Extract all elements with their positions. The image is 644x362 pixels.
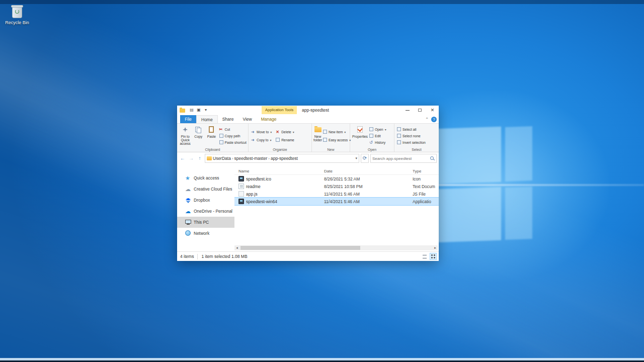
tab-manage[interactable]: Manage: [257, 115, 281, 123]
qat-new-folder-button[interactable]: ▣: [196, 108, 201, 113]
recycle-bin-desktop-icon[interactable]: Recycle Bin: [4, 4, 30, 25]
select-none-button[interactable]: Select none: [397, 133, 426, 139]
history-button[interactable]: ↺History: [369, 139, 386, 145]
large-icons-view-toggle[interactable]: [430, 253, 437, 260]
recycle-bin-label: Recycle Bin: [4, 20, 30, 25]
tab-file[interactable]: File: [180, 115, 196, 123]
sidebar-item-creative-cloud[interactable]: ☁ Creative Cloud Files: [177, 184, 234, 195]
breadcrumb-segment[interactable]: speedtest-master: [234, 156, 268, 161]
copy-path-button[interactable]: Copy path: [219, 133, 247, 139]
navigation-pane: ★ Quick access ☁ Creative Cloud Files Dr…: [177, 164, 234, 251]
new-folder-button[interactable]: New folder: [313, 125, 322, 147]
group-label-open: Open: [350, 148, 394, 151]
easy-access-button[interactable]: Easy access▾: [323, 137, 351, 143]
file-row[interactable]: readme 8/25/2021 10:58 PM Text Docum: [234, 183, 439, 190]
invert-selection-icon: [397, 140, 401, 144]
scroll-left-arrow-icon[interactable]: ◂: [234, 246, 239, 250]
invert-selection-button[interactable]: Invert selection: [397, 139, 426, 145]
paste-icon: [207, 126, 215, 134]
column-header-date[interactable]: Date: [324, 169, 413, 173]
scrollbar-track[interactable]: [239, 245, 433, 250]
back-button[interactable]: ←: [179, 154, 186, 162]
delete-icon: ✕: [276, 130, 280, 134]
up-button[interactable]: ↑: [196, 154, 203, 162]
rename-button[interactable]: Rename: [276, 137, 294, 143]
properties-button[interactable]: Properties: [352, 125, 368, 147]
pin-icon: [181, 126, 189, 134]
group-label-select: Select: [394, 148, 439, 151]
ribbon: Pin to Quick access Copy Paste ✂Cut Copy…: [177, 123, 439, 152]
tab-view[interactable]: View: [238, 115, 256, 123]
network-globe-icon: [185, 230, 191, 236]
breadcrumb-separator-icon: ›: [232, 156, 233, 161]
maximize-button[interactable]: [414, 106, 426, 115]
file-row[interactable]: speedtest.ico 8/26/2021 5:32 AM Icon: [234, 175, 439, 183]
scroll-right-arrow-icon[interactable]: ▸: [433, 246, 438, 250]
forward-button[interactable]: →: [188, 154, 195, 162]
sidebar-item-this-pc[interactable]: This PC: [177, 217, 234, 228]
copy-to-button[interactable]: ➜Copy to▾: [251, 137, 272, 143]
address-bar[interactable]: UserData › speedtest-master › app-speedt…: [205, 154, 359, 163]
horizontal-scrollbar[interactable]: ◂ ▸: [234, 245, 438, 250]
qat-customize-caret[interactable]: ▾: [203, 108, 208, 113]
file-row[interactable]: app.js 11/4/2021 5:46 AM JS File: [234, 190, 439, 198]
window-title: app-speedtest: [302, 106, 329, 115]
windows-logo-pane: [505, 187, 532, 240]
paste-shortcut-button[interactable]: Paste shortcut: [219, 139, 247, 145]
column-headers: Name Date Type: [234, 168, 439, 175]
paste-shortcut-icon: [219, 140, 223, 144]
generic-file-icon: [238, 191, 244, 197]
cut-button[interactable]: ✂Cut: [219, 126, 247, 132]
sidebar-item-network[interactable]: Network: [177, 228, 234, 239]
close-button[interactable]: ✕: [426, 106, 439, 115]
search-input[interactable]: [372, 156, 430, 161]
tab-share[interactable]: Share: [218, 115, 238, 123]
copy-button[interactable]: Copy: [192, 125, 205, 147]
select-all-button[interactable]: Select all: [397, 126, 426, 132]
search-box[interactable]: [370, 154, 437, 163]
breadcrumb-segment[interactable]: UserData: [213, 156, 231, 161]
move-to-button[interactable]: ➜Move to▾: [251, 129, 272, 135]
light-streak: [433, 184, 644, 186]
group-label-clipboard: Clipboard: [177, 148, 248, 151]
new-item-icon: [323, 130, 327, 134]
refresh-button[interactable]: ⟳: [361, 154, 369, 163]
large-icons-view-icon: [431, 254, 435, 258]
breadcrumb-segment[interactable]: app-speedtest: [271, 156, 298, 161]
collapse-ribbon-caret-icon[interactable]: ⌃: [425, 117, 429, 122]
minimize-button[interactable]: [401, 106, 414, 115]
file-row-selected[interactable]: speedtest-win64 11/4/2021 5:46 AM Applic…: [234, 198, 439, 205]
sidebar-item-onedrive[interactable]: ☁ OneDrive - Personal: [177, 206, 234, 217]
application-tools-context-tab[interactable]: Application Tools: [262, 106, 297, 114]
details-view-toggle[interactable]: [421, 253, 428, 260]
this-pc-monitor-icon: [185, 219, 191, 225]
delete-button[interactable]: ✕Delete▾: [276, 129, 294, 135]
document-file-icon: [238, 184, 244, 189]
tab-home[interactable]: Home: [196, 115, 218, 123]
help-icon[interactable]: ?: [431, 117, 437, 122]
ribbon-group-open: Properties Open▾ Edit ↺History Open: [350, 124, 394, 152]
move-to-icon: ➜: [251, 130, 256, 134]
copy-icon: [194, 126, 202, 134]
sidebar-item-dropbox[interactable]: Dropbox: [177, 195, 234, 206]
item-count: 4 items: [180, 254, 194, 259]
breadcrumb-separator-icon: ›: [268, 156, 270, 161]
title-bar[interactable]: ▤ ▣ ▾ Application Tools app-speedtest ✕: [177, 106, 439, 115]
pin-to-quick-access-button[interactable]: Pin to Quick access: [179, 125, 192, 147]
scrollbar-thumb[interactable]: [240, 246, 360, 250]
column-header-type[interactable]: Type: [413, 169, 437, 173]
open-button[interactable]: Open▾: [369, 126, 386, 132]
edit-button[interactable]: Edit: [369, 133, 386, 139]
sidebar-item-quick-access[interactable]: ★ Quick access: [177, 172, 234, 184]
search-icon: [430, 156, 435, 161]
column-header-name[interactable]: Name: [234, 169, 324, 173]
windows-logo-pane: [436, 187, 501, 243]
open-icon: [369, 127, 373, 131]
new-item-button[interactable]: New item▾: [323, 129, 351, 135]
paste-button[interactable]: Paste: [205, 125, 218, 147]
ribbon-group-new: New folder New item▾ Easy access▾ New: [312, 124, 350, 152]
address-dropdown-caret-icon[interactable]: ▾: [355, 156, 357, 160]
explorer-main: ★ Quick access ☁ Creative Cloud Files Dr…: [177, 164, 439, 251]
qat-properties-button[interactable]: ▤: [189, 108, 194, 113]
file-list: Name Date Type speedtest.ico 8/26/2021 5…: [234, 164, 439, 251]
